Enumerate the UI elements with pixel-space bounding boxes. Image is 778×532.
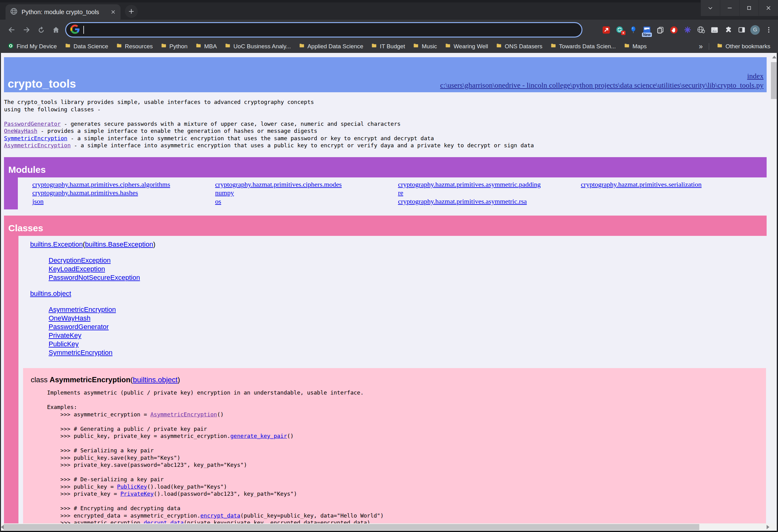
letter-s-extension-icon[interactable]: New <box>642 25 651 34</box>
back-icon[interactable] <box>4 23 19 36</box>
module-link[interactable]: os <box>215 197 221 206</box>
side-panel-icon[interactable] <box>737 25 746 34</box>
tab-close-icon[interactable] <box>108 7 118 17</box>
home-icon[interactable] <box>49 23 63 36</box>
bookmark-item[interactable]: Find My Device <box>4 42 61 52</box>
doc-text: Implements asymmetric (public / private … <box>47 389 364 396</box>
module-link[interactable]: cryptography.hazmat.primitives.serializa… <box>581 180 702 189</box>
bookmarks-overflow-icon[interactable]: » <box>696 43 705 51</box>
purple-starburst-extension-icon[interactable] <box>683 25 692 34</box>
class-tree-link[interactable]: OneWayHash <box>49 314 90 322</box>
class-tree-link[interactable]: PasswordNotSecureException <box>49 274 140 281</box>
bookmark-item[interactable]: Towards Data Scien... <box>546 42 620 51</box>
menu-dots-icon[interactable] <box>764 25 773 34</box>
class-summary-desc: - a simple interface into symmetric encr… <box>67 135 434 142</box>
module-link[interactable]: cryptography.hazmat.primitives.asymmetri… <box>398 180 541 189</box>
red-arrow-extension-icon[interactable] <box>602 25 611 34</box>
doc-link[interactable]: generate_key_pair <box>230 433 287 439</box>
doc-line: Examples: <box>47 403 760 411</box>
class-tree-link[interactable]: SymmetricEncryption <box>49 349 112 357</box>
classes-section-header: Classes <box>4 216 767 236</box>
base-class-link[interactable]: builtins.object <box>133 375 177 384</box>
doc-line: >>> private_key = PrivateKey().load(pass… <box>47 490 760 498</box>
doc-link[interactable]: PublicKey <box>117 483 147 490</box>
stop-hand-extension-icon[interactable] <box>670 25 678 34</box>
profile-avatar[interactable]: G <box>750 25 760 35</box>
doc-link[interactable]: AsymmetricEncryption <box>150 411 217 417</box>
file-path-link[interactable]: c:\users\gharrison\onedrive - lincoln co… <box>440 81 764 89</box>
address-bar[interactable] <box>65 22 582 37</box>
bookmark-item[interactable]: UoC Business Analy... <box>221 42 295 51</box>
bookmark-item[interactable]: Music <box>409 42 441 51</box>
blank-line <box>4 113 767 120</box>
overlapping-squares-extension-icon[interactable] <box>656 25 665 34</box>
doc-text: >>> private_key.save(password="abc123", … <box>47 462 247 468</box>
bookmark-item[interactable]: MBA <box>191 42 221 51</box>
doc-line: >>> asymmetric_ecryption.decrypt_data(pr… <box>47 519 760 523</box>
window-left-border <box>0 53 1 532</box>
class-summary-line: AsymmetricEncryption - a simple interfac… <box>4 142 767 149</box>
horizontal-scrollbar[interactable] <box>0 523 778 531</box>
bookmark-label: ONS Datasers <box>504 43 542 50</box>
class-hierarchy-tree: builtins.Exception(builtins.BaseExceptio… <box>30 240 767 357</box>
module-link[interactable]: re <box>398 188 403 197</box>
doc-link[interactable]: encrypt_data <box>201 512 240 519</box>
module-link[interactable]: cryptography.hazmat.primitives.ciphers.m… <box>215 180 342 189</box>
module-link[interactable]: json <box>32 197 44 206</box>
bookmark-item[interactable]: Maps <box>620 42 651 51</box>
class-summary-link[interactable]: SymmetricEncryption <box>4 135 67 142</box>
class-tree-link[interactable]: PublicKey <box>49 340 79 348</box>
doc-link[interactable]: PrivateKey <box>120 490 153 497</box>
class-tree-link[interactable]: builtins.Exception <box>30 240 83 248</box>
bookmark-item[interactable]: Data Science <box>61 42 112 51</box>
scroll-left-arrow[interactable] <box>1 525 4 529</box>
doc-text: >>> # Encrypting and decrypting data <box>47 505 180 511</box>
tab-strip: Python: module crypto_tools <box>0 0 778 20</box>
class-tree-link[interactable]: KeyLoadException <box>49 265 105 273</box>
bookmark-item[interactable]: ONS Datasers <box>492 42 546 51</box>
bookmark-item[interactable]: Wearing Well <box>441 42 492 51</box>
reload-icon[interactable] <box>34 23 49 36</box>
class-tree-link[interactable]: builtins.object <box>30 290 71 297</box>
bookmark-item[interactable]: IT Budget <box>367 42 409 51</box>
index-link[interactable]: index <box>747 72 764 80</box>
other-bookmarks-folder[interactable]: Other bookmarks <box>713 42 774 51</box>
puzzle-extensions-icon[interactable] <box>724 25 733 34</box>
modules-columns: cryptography.hazmat.primitives.ciphers.a… <box>18 177 767 210</box>
module-link[interactable]: cryptography.hazmat.primitives.hashes <box>32 188 138 197</box>
tab-search-button[interactable] <box>701 0 720 16</box>
image-extension-icon[interactable] <box>710 25 719 34</box>
folder-icon <box>116 43 122 50</box>
class-tree-link[interactable]: AsymmetricEncryption <box>49 306 116 313</box>
doc-line <box>47 440 760 447</box>
class-tree-link[interactable]: PasswordGenerator <box>49 323 109 330</box>
balloon-extension-icon[interactable] <box>629 25 638 34</box>
browser-tab[interactable]: Python: module crypto_tools <box>6 4 121 20</box>
horizontal-scrollbar-thumb[interactable] <box>4 524 699 530</box>
class-tree-link[interactable]: builtins.BaseException <box>85 240 153 248</box>
class-tree-link[interactable]: PrivateKey <box>49 331 81 339</box>
class-summary-link[interactable]: AsymmetricEncryption <box>4 142 71 149</box>
close-button[interactable] <box>759 0 778 16</box>
bookmark-item[interactable]: Resources <box>112 42 157 51</box>
forward-icon[interactable] <box>19 23 34 36</box>
doc-text: () <box>217 411 224 417</box>
class-tree-row: SymmetricEncryption <box>49 349 767 357</box>
globe-shield-extension-icon[interactable] <box>697 25 705 34</box>
bookmark-item[interactable]: Python <box>157 42 191 51</box>
window-right-border <box>777 53 778 532</box>
module-link[interactable]: cryptography.hazmat.primitives.ciphers.a… <box>32 180 170 189</box>
scroll-right-arrow[interactable] <box>767 525 769 529</box>
maximize-button[interactable] <box>739 0 759 16</box>
class-summary-link[interactable]: PasswordGenerator <box>4 121 61 127</box>
minimize-button[interactable] <box>720 0 739 16</box>
module-link[interactable]: cryptography.hazmat.primitives.asymmetri… <box>398 197 527 206</box>
doc-link[interactable]: decrypt_data <box>144 519 183 523</box>
vertical-scrollbar-thumb[interactable] <box>771 62 777 99</box>
bookmark-item[interactable]: Applied Data Science <box>295 42 368 51</box>
sync-arrows-extension-icon[interactable]: x <box>615 25 624 34</box>
module-link[interactable]: numpy <box>215 188 234 197</box>
class-summary-link[interactable]: OneWayHash <box>4 128 37 134</box>
new-tab-button[interactable] <box>125 5 138 18</box>
class-tree-link[interactable]: DecryptionException <box>49 256 111 264</box>
